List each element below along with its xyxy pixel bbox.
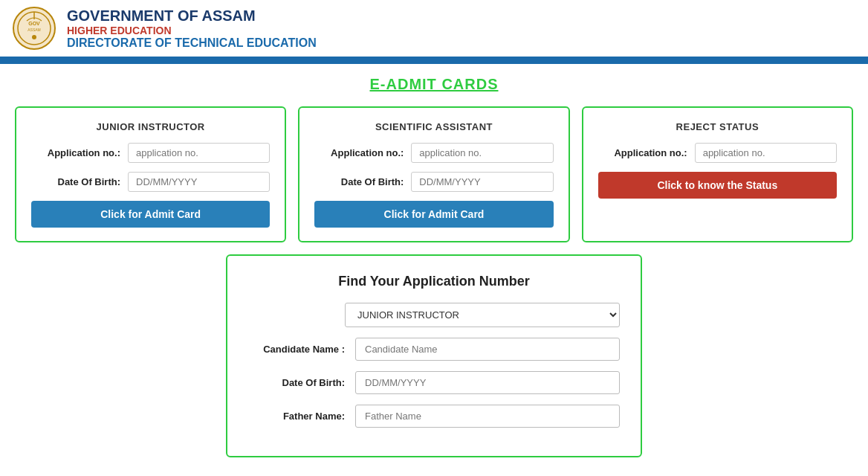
find-app-section: Find Your Application Number JUNIOR INST… xyxy=(226,254,642,457)
find-candidate-row: Candidate Name : xyxy=(248,338,620,361)
page-title: E-ADMIT CARDS xyxy=(15,76,853,93)
find-candidate-label: Candidate Name : xyxy=(248,344,345,355)
emblem-icon: GOV ASSAM xyxy=(12,6,56,51)
find-father-input[interactable] xyxy=(355,405,620,428)
card2-app-input[interactable] xyxy=(411,143,553,163)
card3-status-button[interactable]: Click to know the Status xyxy=(598,172,837,199)
svg-text:ASSAM: ASSAM xyxy=(27,28,41,32)
find-dob-label: Date Of Birth: xyxy=(248,377,345,388)
find-candidate-input[interactable] xyxy=(355,338,620,361)
main-content: E-ADMIT CARDS JUNIOR INSTRUCTOR Applicat… xyxy=(0,64,868,469)
card2-app-label: Application no.: xyxy=(314,147,404,158)
card1-app-label: Application no.: xyxy=(31,147,120,158)
logo: GOV ASSAM xyxy=(12,6,56,51)
header: GOV ASSAM GOVERNMENT OF ASSAM HIGHER EDU… xyxy=(0,0,868,60)
card2-title: SCIENTIFIC ASSISTANT xyxy=(314,121,553,132)
find-select-row: JUNIOR INSTRUCTOR SCIENTIFIC ASSISTANT xyxy=(248,303,620,327)
cards-row: JUNIOR INSTRUCTOR Application no.: Date … xyxy=(15,106,853,242)
card2-app-row: Application no.: xyxy=(314,143,553,163)
card1-app-row: Application no.: xyxy=(31,143,270,163)
card1-app-input[interactable] xyxy=(128,143,270,163)
card3-app-input[interactable] xyxy=(695,143,837,163)
find-dob-row: Date Of Birth: xyxy=(248,371,620,394)
find-dob-input[interactable] xyxy=(355,371,620,394)
card1-dob-row: Date Of Birth: xyxy=(31,172,270,192)
scientific-assistant-card: SCIENTIFIC ASSISTANT Application no.: Da… xyxy=(298,106,569,242)
find-father-label: Father Name: xyxy=(248,411,345,422)
card2-admit-button[interactable]: Click for Admit Card xyxy=(314,201,553,228)
card2-dob-row: Date Of Birth: xyxy=(314,172,553,192)
higher-ed-label: HIGHER EDUCATION xyxy=(67,25,317,36)
find-category-select[interactable]: JUNIOR INSTRUCTOR SCIENTIFIC ASSISTANT xyxy=(345,303,620,327)
find-app-title: Find Your Application Number xyxy=(248,274,620,289)
card3-title: REJECT STATUS xyxy=(598,121,837,132)
header-text: GOVERNMENT OF ASSAM HIGHER EDUCATION DIR… xyxy=(67,7,317,50)
find-father-row: Father Name: xyxy=(248,405,620,428)
card1-admit-button[interactable]: Click for Admit Card xyxy=(31,201,270,228)
card3-app-label: Application no.: xyxy=(598,147,687,158)
card2-dob-input[interactable] xyxy=(411,172,553,192)
reject-status-card: REJECT STATUS Application no.: Click to … xyxy=(582,106,853,242)
gov-title: GOVERNMENT OF ASSAM xyxy=(67,7,317,25)
dte-label: DIRECTORATE OF TECHNICAL EDUCATION xyxy=(67,36,317,50)
card3-app-row: Application no.: xyxy=(598,143,837,163)
junior-instructor-card: JUNIOR INSTRUCTOR Application no.: Date … xyxy=(15,106,286,242)
card1-dob-input[interactable] xyxy=(128,172,270,192)
svg-text:GOV: GOV xyxy=(28,21,40,26)
svg-point-4 xyxy=(32,35,36,39)
card1-dob-label: Date Of Birth: xyxy=(31,176,120,187)
card1-title: JUNIOR INSTRUCTOR xyxy=(31,121,270,132)
card2-dob-label: Date Of Birth: xyxy=(314,176,404,187)
